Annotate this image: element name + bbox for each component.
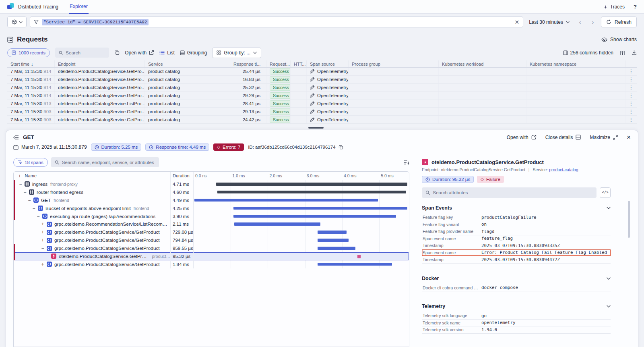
attribute-value[interactable]: 2025-03-07T09:15:30.883094477Z	[481, 257, 610, 262]
time-range-dropdown[interactable]: Last 30 minutes	[526, 17, 572, 27]
view-list-button[interactable]: List	[159, 50, 175, 56]
refresh-button[interactable]: Refresh	[601, 17, 637, 27]
tab-explorer[interactable]: Explorer	[69, 0, 89, 14]
span-row[interactable]: +grpc.oteldemo.ProductCatalogService/Get…	[14, 236, 409, 244]
row-menu-icon[interactable]: ⋮	[625, 108, 637, 115]
collapse-toggle[interactable]: −	[18, 181, 23, 187]
open-with-button[interactable]: Open with	[125, 50, 154, 56]
search-input[interactable]	[66, 50, 105, 55]
span-row[interactable]: +grpc.oteldemo.ProductCatalogService/Get…	[14, 228, 409, 236]
attribute-value[interactable]: Error: Product Catalog Fail Feature Flag…	[481, 250, 610, 255]
clear-filter-icon[interactable]: ✕	[515, 20, 520, 24]
columns-hidden-button[interactable]: 256 columns hidden	[563, 50, 613, 56]
expand-toggle[interactable]: +	[40, 262, 45, 267]
column-header-response-ti[interactable]: Response ti...	[230, 60, 266, 67]
span-row[interactable]: −grpc.oteldemo.ProductCatalogService/Get…	[14, 244, 409, 252]
row-menu-icon[interactable]: ⋮	[625, 92, 637, 100]
span-row[interactable]: −executing api route (pages) /api/recomm…	[14, 212, 409, 220]
row-menu-icon[interactable]: ⋮	[625, 116, 637, 123]
span-row[interactable]: +grpc.oteldemo.RecommendationService/Lis…	[14, 220, 409, 228]
row-menu-icon[interactable]: ⋮	[625, 100, 637, 108]
span-bar[interactable]	[357, 255, 361, 258]
span-bar[interactable]	[318, 239, 349, 242]
chevron-down-icon[interactable]	[607, 207, 611, 209]
filter-query-input[interactable]: "Service id" = SERVICE-3C92115F407E5A92 …	[30, 17, 523, 27]
expand-toggle[interactable]: +	[40, 221, 45, 227]
attribute-value[interactable]: on	[481, 222, 610, 227]
span-row[interactable]: −GETfrontend4.49 ms	[14, 196, 409, 204]
scope-selector-button[interactable]	[7, 17, 27, 27]
section-header[interactable]: Docker	[422, 274, 611, 285]
table-row[interactable]: 7 Mar, 11:15:30.903oteldemo.ProductCatal…	[7, 108, 637, 116]
code-view-button[interactable]: </>	[600, 187, 611, 198]
records-count-badge[interactable]: 1000 records	[7, 48, 50, 57]
attribute-value[interactable]: 2025-03-07T09:15:30.883093335Z	[481, 243, 610, 248]
span-bar[interactable]	[216, 183, 407, 186]
span-bar[interactable]	[234, 222, 320, 226]
table-row[interactable]: 7 Mar, 11:15:30.914oteldemo.ProductCatal…	[7, 68, 637, 76]
help-icon[interactable]: ?	[634, 4, 637, 10]
attribute-search-input[interactable]	[433, 190, 593, 195]
expand-all-icon[interactable]: +	[18, 173, 21, 179]
column-header-htt[interactable]: HTT...	[291, 60, 307, 67]
time-forward-button[interactable]: ›	[588, 17, 598, 27]
span-search-input[interactable]	[62, 160, 155, 165]
span-bar[interactable]	[318, 263, 392, 266]
attribute-search[interactable]	[422, 187, 597, 198]
collapse-toggle[interactable]: −	[40, 245, 45, 251]
table-row[interactable]: 7 Mar, 11:15:30.914oteldemo.ProductCatal…	[7, 84, 637, 92]
row-menu-icon[interactable]: ⋮	[625, 68, 637, 75]
table-row[interactable]: 7 Mar, 11:15:30.914oteldemo.ProductCatal…	[7, 92, 637, 100]
table-row[interactable]: 7 Mar, 11:15:30.913oteldemo.ProductCatal…	[7, 100, 637, 108]
copy-icon[interactable]	[114, 50, 120, 55]
span-bar[interactable]	[318, 231, 347, 234]
span-row-selected[interactable]: oteldemo.ProductCatalogService.GetProduc…	[14, 252, 409, 260]
close-icon[interactable]: ×	[627, 135, 631, 140]
attribute-value[interactable]: productCatalogFailure	[481, 215, 610, 220]
span-row[interactable]: +grpc.oteldemo.ProductCatalogService/Get…	[14, 260, 409, 268]
span-bar[interactable]	[194, 199, 378, 202]
expand-toggle[interactable]: +	[40, 229, 45, 235]
chevron-down-icon[interactable]	[607, 277, 611, 280]
attribute-value[interactable]: docker compose	[481, 285, 610, 290]
section-header[interactable]: Telemetry	[422, 302, 611, 312]
details-open-with-button[interactable]: Open with	[507, 135, 537, 140]
span-bar[interactable]	[233, 215, 396, 218]
collapse-details-icon[interactable]	[13, 135, 19, 140]
collapse-toggle[interactable]: −	[31, 206, 37, 211]
time-back-button[interactable]: ‹	[575, 17, 585, 27]
span-sort-icon[interactable]	[404, 160, 409, 165]
span-row[interactable]: −Bucket of endpoints above endpoint limi…	[14, 204, 409, 212]
column-header-request[interactable]: Request...	[266, 60, 291, 67]
attribute-value[interactable]: flagd	[481, 229, 610, 234]
span-bar[interactable]	[217, 191, 406, 194]
download-icon[interactable]	[632, 50, 637, 55]
section-header[interactable]: Span Events	[422, 204, 611, 214]
column-header-endpoint[interactable]: Endpoint	[55, 60, 145, 67]
column-header-span-source[interactable]: Span source	[307, 60, 349, 67]
attribute-value[interactable]: go	[481, 313, 610, 318]
group-by-dropdown[interactable]: Group by: ...	[212, 48, 261, 58]
span-bar[interactable]	[233, 207, 408, 210]
column-header-start-time[interactable]: Start time↓	[7, 60, 55, 67]
show-charts-button[interactable]: Show charts	[601, 37, 637, 42]
collapse-toggle[interactable]: −	[27, 197, 32, 203]
copy-id-icon[interactable]	[339, 145, 343, 150]
attribute-value[interactable]: 1.34.0	[481, 327, 610, 332]
horizontal-scrollbar[interactable]	[308, 127, 324, 129]
row-menu-icon[interactable]: ⋮	[625, 84, 637, 91]
column-header-service[interactable]: Service	[145, 60, 230, 67]
column-header-process-group[interactable]: Process group	[349, 60, 439, 67]
vertical-scrollbar[interactable]	[628, 201, 630, 238]
column-header-kubernetes-namespace[interactable]: Kubernetes namespace	[526, 60, 625, 67]
filter-query-text[interactable]: "Service id" = SERVICE-3C92115F407E5A92	[42, 19, 149, 25]
attribute-value[interactable]: opentelemetry	[481, 320, 610, 325]
column-header-kubernetes-workload[interactable]: Kubernetes workload	[439, 60, 526, 67]
expand-toggle[interactable]: +	[40, 237, 45, 243]
add-traces-button[interactable]: +Traces	[604, 4, 625, 10]
span-search[interactable]	[51, 157, 159, 167]
duration-column-header[interactable]: Duration	[171, 172, 194, 180]
collapse-toggle[interactable]: −	[22, 189, 28, 195]
column-settings-icon[interactable]	[620, 50, 625, 55]
table-row[interactable]: 7 Mar, 11:15:30.903oteldemo.ProductCatal…	[7, 116, 637, 124]
